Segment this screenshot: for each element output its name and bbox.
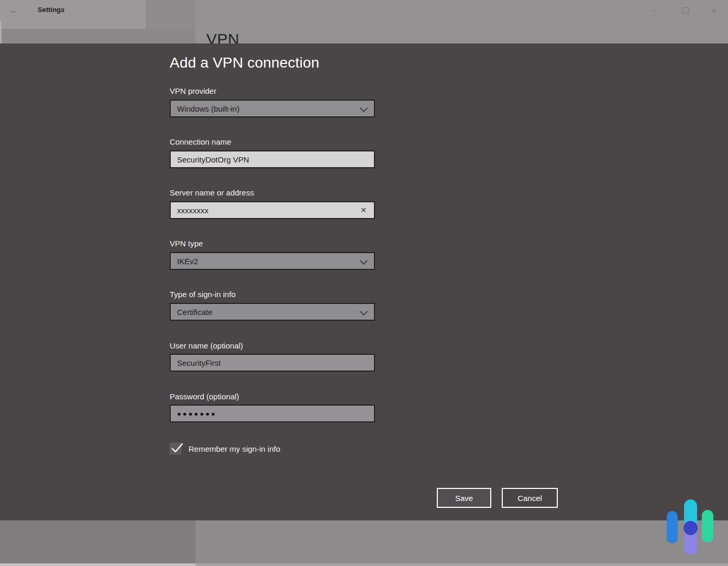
chevron-down-icon [360,104,368,113]
cancel-button[interactable]: Cancel [502,488,558,508]
username-value: SecurityFirst [177,358,220,367]
settings-titlebar-right [146,0,195,29]
window-bottom-edge-right [195,563,728,566]
close-button[interactable]: ✕ [702,3,726,18]
chevron-down-icon [360,257,368,265]
close-icon: ✕ [711,7,717,15]
remember-signin-checkbox[interactable] [170,443,181,454]
connection-name-value: SecurityDotOrg VPN [177,155,249,164]
logo-bar-green [702,510,713,542]
add-vpn-dialog: Add a VPN connection VPN provider Window… [0,43,728,520]
window-bottom-edge-left [0,563,195,566]
vpn-provider-label: VPN provider [170,86,216,95]
vpn-type-value: IKEv2 [177,257,198,266]
back-icon[interactable]: ← [7,5,20,16]
password-value: ●●●●●●● [177,410,217,418]
vpn-type-dropdown[interactable]: IKEv2 [170,252,375,270]
remember-signin-label: Remember my sign-in info [189,443,280,453]
maximize-button[interactable] [674,3,698,18]
vpn-provider-value: Windows (built-in) [177,104,239,113]
clear-icon: ✕ [360,206,367,214]
signin-type-label: Type of sign-in info [170,290,236,299]
window-title: Settings [38,6,64,14]
signin-type-value: Certificate [177,308,213,317]
settings-content-bottom-fragment [195,520,728,566]
logo-dot [683,521,698,535]
chevron-down-icon [360,308,368,316]
server-address-value: xxxxxxxx [177,206,208,215]
connection-name-label: Connection name [170,137,231,146]
settings-titlebar [0,0,146,29]
username-input[interactable]: SecurityFirst [170,354,375,372]
screen: ← Settings VPN ✕ Add a VPN connection VP… [0,0,728,566]
signin-type-dropdown[interactable]: Certificate [170,303,375,321]
checkmark-icon [171,442,184,455]
clear-input-button[interactable]: ✕ [356,202,371,218]
server-address-input[interactable]: xxxxxxxx ✕ [170,201,375,219]
dialog-title: Add a VPN connection [170,55,319,71]
remember-signin-row: Remember my sign-in info [170,443,280,454]
settings-sidebar-fragment [0,29,195,43]
logo-bar-blue [667,511,678,543]
minimize-icon [653,10,658,11]
vpn-type-label: VPN type [170,239,203,248]
maximize-icon [682,7,689,14]
password-label: Password (optional) [170,392,239,401]
server-address-label: Server name or address [170,188,254,197]
minimize-button[interactable] [643,3,667,18]
connection-name-input[interactable]: SecurityDotOrg VPN [170,150,375,168]
settings-sidebar-bottom-fragment [0,520,195,566]
username-label: User name (optional) [170,341,243,350]
save-button[interactable]: Save [437,488,491,508]
vpn-provider-dropdown[interactable]: Windows (built-in) [170,100,375,117]
password-input[interactable]: ●●●●●●● [170,405,375,422]
